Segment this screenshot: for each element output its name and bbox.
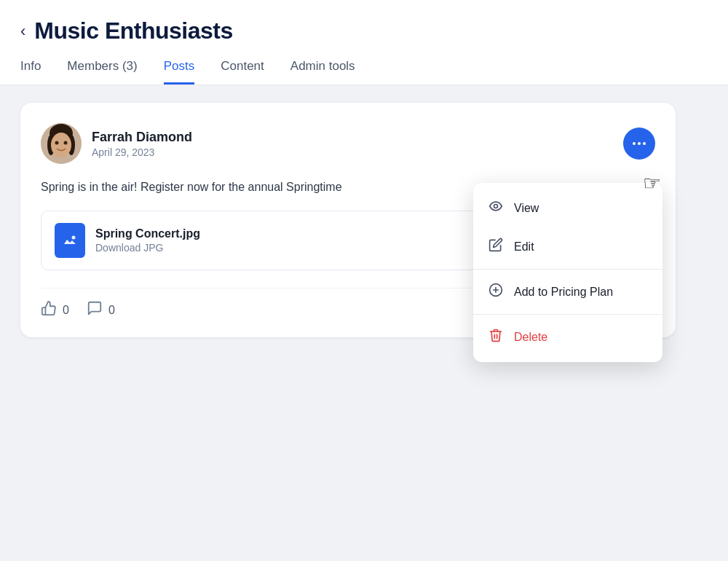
- pricing-icon: [488, 283, 504, 301]
- dropdown-menu: View Edit: [473, 183, 662, 362]
- dropdown-divider-1: [473, 269, 662, 270]
- author-name: Farrah Diamond: [92, 130, 192, 145]
- comment-icon: [87, 300, 103, 320]
- tab-admin_tools[interactable]: Admin tools: [290, 59, 355, 85]
- file-image-icon: [61, 232, 79, 249]
- more-options-button[interactable]: [623, 128, 655, 160]
- likes-reaction[interactable]: 0: [41, 300, 69, 320]
- page-header: ‹ Music Enthusiasts InfoMembers (3)Posts…: [0, 0, 728, 85]
- edit-icon: [488, 238, 504, 256]
- svg-point-4: [51, 133, 71, 157]
- avatar: [41, 123, 82, 164]
- delete-label: Delete: [514, 331, 547, 344]
- attachment[interactable]: Spring Concert.jpg Download JPG: [41, 211, 536, 270]
- dropdown-item-edit[interactable]: Edit: [473, 227, 662, 266]
- svg-rect-11: [61, 232, 79, 249]
- tab-nav: InfoMembers (3)PostsContentAdmin tools: [20, 59, 708, 85]
- svg-point-5: [55, 141, 59, 145]
- view-label: View: [514, 202, 539, 215]
- file-action: Download JPG: [95, 242, 200, 254]
- page-title: Music Enthusiasts: [34, 17, 232, 44]
- tab-content[interactable]: Content: [221, 59, 264, 85]
- post-card: Farrah Diamond April 29, 2023 ☞: [20, 103, 676, 337]
- dropdown-item-view[interactable]: View: [473, 189, 662, 227]
- comments-reaction[interactable]: 0: [87, 300, 115, 320]
- file-icon: [55, 223, 85, 258]
- back-button[interactable]: ‹: [20, 23, 25, 39]
- tab-posts[interactable]: Posts: [164, 59, 195, 85]
- file-name: Spring Concert.jpg: [95, 227, 200, 240]
- dropdown-divider-2: [473, 314, 662, 315]
- author-info: Farrah Diamond April 29, 2023: [92, 130, 192, 158]
- edit-label: Edit: [514, 240, 534, 254]
- dropdown-item-pricing[interactable]: Add to Pricing Plan: [473, 272, 662, 311]
- likes-count: 0: [63, 304, 69, 317]
- svg-point-6: [64, 141, 68, 145]
- comments-count: 0: [108, 304, 115, 317]
- svg-point-7: [494, 205, 498, 208]
- author-date: April 29, 2023: [92, 146, 192, 158]
- like-icon: [41, 300, 57, 320]
- svg-point-12: [72, 236, 76, 240]
- post-author: Farrah Diamond April 29, 2023: [41, 123, 192, 164]
- file-details: Spring Concert.jpg Download JPG: [95, 227, 200, 254]
- delete-icon: [488, 328, 504, 346]
- pricing-label: Add to Pricing Plan: [514, 286, 613, 299]
- tab-members[interactable]: Members (3): [67, 59, 137, 85]
- more-dots-icon: [633, 142, 646, 145]
- dropdown-item-delete[interactable]: Delete: [473, 318, 662, 356]
- post-header: Farrah Diamond April 29, 2023 ☞: [41, 123, 655, 164]
- main-content: Farrah Diamond April 29, 2023 ☞: [0, 85, 728, 355]
- view-icon: [488, 199, 504, 217]
- tab-info[interactable]: Info: [20, 59, 41, 85]
